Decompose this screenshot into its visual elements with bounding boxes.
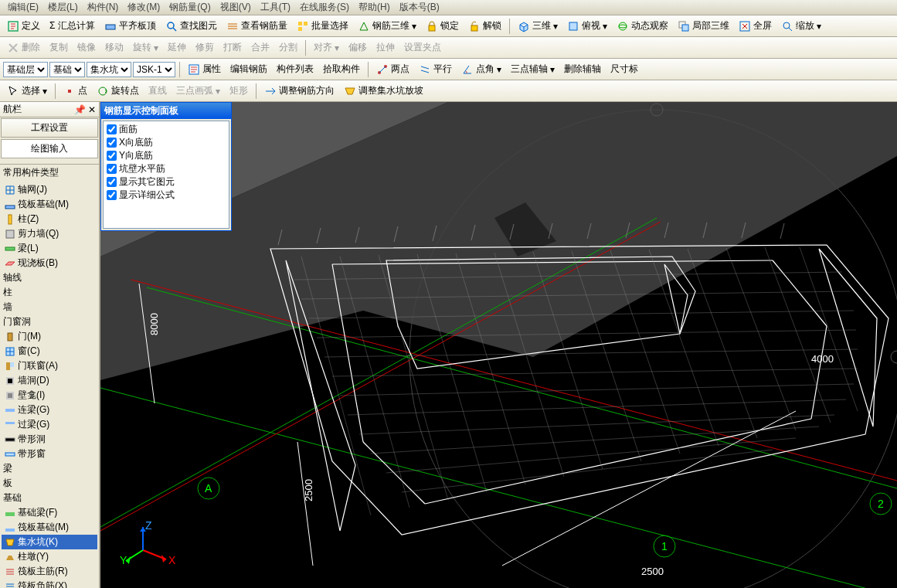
flat-top-button[interactable]: 平齐板顶 (100, 17, 160, 35)
opt-show-other[interactable]: 显示其它图元 (105, 175, 227, 189)
pin-icon[interactable]: 📌 ✕ (74, 104, 96, 115)
tree-column[interactable]: 柱(Z) (2, 212, 97, 226)
split-button[interactable]: 分割 (275, 39, 301, 56)
member-list-button[interactable]: 构件列表 (273, 60, 318, 78)
rect-button[interactable]: 矩形 (226, 82, 252, 100)
dim-mark-button[interactable]: 尺寸标 (606, 60, 642, 78)
menu-version[interactable]: 版本号(B) (395, 0, 444, 15)
batch-select-button[interactable]: 批量选择 (293, 17, 352, 35)
select-button[interactable]: 选择▾ (3, 82, 51, 100)
unlock-button[interactable]: 解锁 (464, 17, 505, 35)
tree-raft[interactable]: 筏板基础(M) (2, 520, 97, 535)
tree-lintel[interactable]: 过梁(G) (2, 417, 97, 432)
parallel-button[interactable]: 平行 (415, 60, 456, 78)
menu-rebar[interactable]: 钢筋量(Q) (165, 0, 215, 15)
tree-wall-hole[interactable]: 墙洞(D) (2, 373, 97, 388)
align-button[interactable]: 对齐▾ (310, 39, 343, 56)
menu-view[interactable]: 视图(V) (216, 0, 256, 15)
menu-member[interactable]: 构件(N) (83, 0, 124, 15)
menu-help[interactable]: 帮助(H) (354, 0, 395, 15)
top-view-button[interactable]: 俯视▾ (563, 17, 611, 35)
viewport-3d[interactable]: 钢筋显示控制面板 面筋 X向底筋 Y向底筋 坑壁水平筋 显示其它图元 显示详细公… (100, 102, 897, 588)
menu-edit[interactable]: 编辑(E) (3, 0, 43, 15)
tree-sump[interactable]: 集水坑(K) (2, 535, 97, 549)
cat-column[interactable]: 柱 (2, 285, 97, 300)
cat-beam[interactable]: 梁 (2, 461, 97, 476)
rebar-3d-button[interactable]: 钢筋三维▾ (354, 17, 420, 35)
define-button[interactable]: 定义 (3, 17, 44, 35)
point-angle-button[interactable]: 点角▾ (457, 60, 505, 78)
opt-show-formula[interactable]: 显示详细公式 (105, 189, 227, 202)
tree-axis-grid[interactable]: 轴网(J) (2, 182, 97, 197)
trim-button[interactable]: 修剪 (192, 39, 218, 56)
tree-strip-window[interactable]: 带形窗 (2, 447, 97, 461)
3d-button[interactable]: 三维▾ (514, 17, 562, 35)
menu-online[interactable]: 在线服务(S) (295, 0, 354, 15)
del-aux-button[interactable]: 删除辅轴 (560, 60, 605, 78)
tree-beam[interactable]: 梁(L) (2, 241, 97, 256)
props-button[interactable]: 属性 (184, 60, 225, 78)
cat-foundation[interactable]: 基础 (2, 491, 97, 505)
dynamic-view-button[interactable]: 动态观察 (613, 17, 672, 35)
tree-raft-found[interactable]: 筏板基础(M) (2, 197, 97, 212)
opt-x-bottom[interactable]: X向底筋 (105, 136, 227, 149)
cat-wall[interactable]: 墙 (2, 300, 97, 314)
stretch-button[interactable]: 拉伸 (372, 39, 399, 56)
find-element-button[interactable]: 查找图元 (161, 17, 221, 35)
tree-col-cap[interactable]: 柱墩(Y) (2, 549, 97, 564)
rotate-button[interactable]: 旋转▾ (129, 39, 162, 56)
tree-slab[interactable]: 现浇板(B) (2, 256, 97, 270)
merge-button[interactable]: 合并 (247, 39, 274, 56)
move-button[interactable]: 移动 (101, 39, 127, 56)
zoom-button[interactable]: 缩放▾ (777, 17, 825, 35)
tree-raft-main[interactable]: 筏板主筋(R) (2, 564, 97, 579)
menu-tools[interactable]: 工具(T) (256, 0, 295, 15)
layer-select[interactable]: 基础层 (3, 62, 48, 77)
set-clamp-button[interactable]: 设置夹点 (400, 39, 445, 56)
view-rebar-button[interactable]: 查看钢筋量 (223, 17, 291, 35)
tab-project-settings[interactable]: 工程设置 (1, 118, 98, 138)
component-tree[interactable]: 轴网(J) 筏板基础(M) 柱(Z) 剪力墙(Q) 梁(L) 现浇板(B) 轴线… (0, 181, 99, 588)
item-select[interactable]: JSK-1 (133, 62, 175, 77)
tree-door-window[interactable]: 门联窗(A) (2, 359, 97, 373)
point-button[interactable]: 点 (59, 82, 91, 100)
copy-button[interactable]: 复制 (46, 39, 72, 56)
mirror-button[interactable]: 镜像 (73, 39, 100, 56)
tree-found-beam[interactable]: 基础梁(F) (2, 505, 97, 520)
pick-member-button[interactable]: 拾取构件 (319, 60, 364, 78)
tree-raft-neg[interactable]: 筏板负筋(X) (2, 579, 97, 588)
lock-button[interactable]: 锁定 (422, 17, 463, 35)
two-point-button[interactable]: 两点 (372, 60, 413, 78)
menu-floor[interactable]: 楼层(L) (43, 0, 83, 15)
tree-strip-opening[interactable]: 带形洞 (2, 432, 97, 447)
rebar-display-panel[interactable]: 钢筋显示控制面板 面筋 X向底筋 Y向底筋 坑壁水平筋 显示其它图元 显示详细公… (100, 102, 232, 231)
panel-title[interactable]: 钢筋显示控制面板 (101, 103, 231, 119)
calc-button[interactable]: Σ 汇总计算 (46, 17, 99, 35)
tab-draw-input[interactable]: 绘图输入 (1, 139, 98, 158)
three-aux-button[interactable]: 三点辅轴▾ (507, 60, 559, 78)
type-select[interactable]: 集水坑 (87, 62, 131, 77)
delete-button[interactable]: 删除 (3, 39, 44, 56)
tree-tie-beam[interactable]: 连梁(G) (2, 403, 97, 417)
tree-door[interactable]: 门(M) (2, 329, 97, 344)
cat-axis[interactable]: 轴线 (2, 270, 97, 285)
tree-shear-wall[interactable]: 剪力墙(Q) (2, 226, 97, 241)
rotate-point-button[interactable]: 旋转点 (93, 82, 143, 100)
adjust-sump-slope-button[interactable]: 调整集水坑放坡 (340, 82, 427, 100)
category-select[interactable]: 基础 (49, 62, 85, 77)
local-3d-button[interactable]: 局部三维 (674, 17, 733, 35)
edit-rebar-button[interactable]: 编辑钢筋 (226, 60, 271, 78)
cat-slab[interactable]: 板 (2, 476, 97, 491)
cat-opening[interactable]: 门窗洞 (2, 314, 97, 329)
line-button[interactable]: 直线 (144, 82, 171, 100)
extend-button[interactable]: 延伸 (164, 39, 190, 56)
opt-wall-horiz[interactable]: 坑壁水平筋 (105, 162, 227, 175)
fullscreen-button[interactable]: 全屏 (735, 17, 776, 35)
break-button[interactable]: 打断 (219, 39, 246, 56)
opt-y-bottom[interactable]: Y向底筋 (105, 149, 227, 162)
adjust-rebar-dir-button[interactable]: 调整钢筋方向 (260, 82, 338, 100)
opt-top-rebar[interactable]: 面筋 (105, 123, 227, 136)
offset-button[interactable]: 偏移 (345, 39, 371, 56)
tree-niche[interactable]: 壁龛(I) (2, 388, 97, 403)
menu-modify[interactable]: 修改(M) (123, 0, 165, 15)
